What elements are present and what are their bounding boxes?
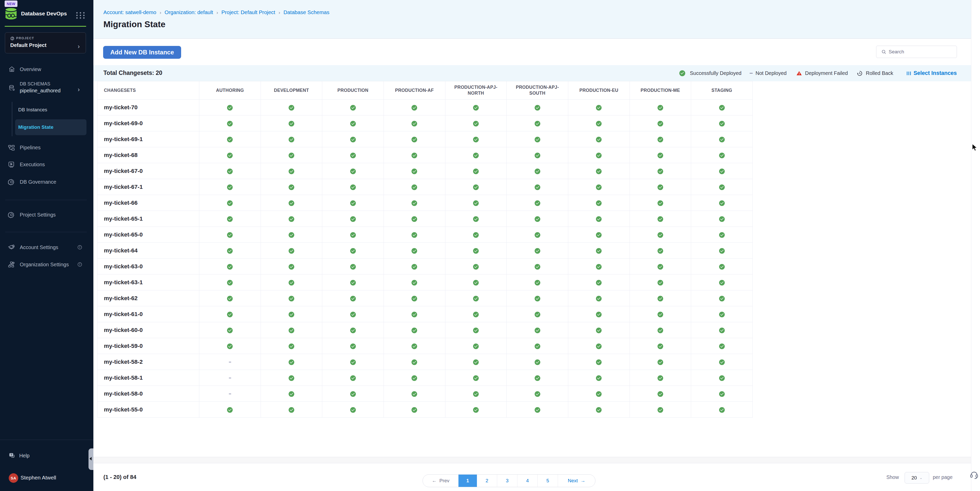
- svg-text:?: ?: [11, 454, 12, 456]
